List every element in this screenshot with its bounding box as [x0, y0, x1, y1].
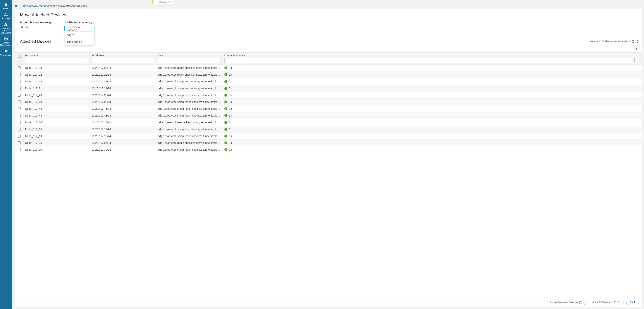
cell-host: Node_117_20 — [23, 64, 90, 71]
cell-host: Node_117_29 — [23, 99, 90, 105]
sidebar-item-administration[interactable]: Administration — [0, 47, 12, 57]
row-checkbox[interactable] — [18, 121, 21, 124]
cell-host: Node_117_30 — [23, 146, 90, 153]
table-row: Node_117_2510.20.117.25/24cdg-1c;ios-xr;… — [15, 140, 642, 146]
cell-host: Node_117_16 — [23, 126, 90, 133]
table-row: Node_117_10010.20.117.100/24cdg-1c;ios-x… — [15, 119, 642, 126]
to-gateway-placeholder: Select Data Gateway — [66, 26, 90, 31]
cell-host: Node_117_18 — [23, 78, 90, 85]
show-all-pill[interactable]: Show All (2) — [152, 0, 173, 4]
move-all-button[interactable]: Move All Devices (5113) — [588, 300, 624, 305]
cell-tags: cdg-1c;ios-xr;cli;reach-check;snmp;te-tu… — [156, 64, 222, 71]
cell-ip: 10.20.117.100/24 — [90, 119, 156, 126]
page-title: Move Attached Devices — [20, 12, 642, 17]
filter-select-state[interactable] — [224, 58, 634, 63]
home-icon[interactable] — [14, 4, 18, 7]
filter-input-tags[interactable] — [158, 58, 221, 63]
cell-ip: 10.20.117.25/24 — [90, 140, 156, 146]
row-checkbox[interactable] — [18, 66, 21, 69]
cell-state: Ok — [222, 64, 642, 71]
row-checkbox[interactable] — [18, 128, 21, 131]
filter-button[interactable] — [634, 46, 640, 51]
main-region: Show All (2) / Data Gateway Management /… — [12, 0, 644, 309]
cell-state: Ok — [222, 71, 642, 78]
section-title: Attached Devices — [20, 39, 52, 44]
row-checkbox[interactable] — [18, 114, 21, 117]
move-selected-button[interactable]: Move Selected Devices (0) — [547, 300, 586, 305]
status-ok-icon — [224, 73, 227, 76]
col-operational-state[interactable]: Operational State — [222, 52, 636, 64]
sidebar-item-label: Home — [3, 7, 8, 9]
content-card: Move Attached Devices From this Data Gat… — [14, 9, 642, 307]
cell-tags: cdg-1c;ios-xr;cli;snmp;reach-check;te-tu… — [156, 92, 222, 99]
to-gateway-option[interactable]: cdg5-coe4-1 — [65, 38, 94, 45]
row-checkbox[interactable] — [18, 135, 21, 138]
to-gateway-select[interactable]: Select Data Gateway cdg2-1 cdg5-coe4-1 — [64, 26, 94, 31]
to-gateway-dropdown: cdg2-1 cdg5-coe4-1 — [64, 31, 95, 45]
select-all-checkbox[interactable] — [18, 54, 21, 57]
refresh-icon[interactable] — [632, 40, 634, 43]
cell-tags: cdg-1c;ios-xr;cli;snmp;reach-check;te-tu… — [156, 85, 222, 92]
row-checkbox[interactable] — [18, 94, 21, 97]
clear-filter-button[interactable] — [637, 57, 641, 61]
to-gateway-option[interactable]: cdg2-1 — [65, 31, 94, 38]
cell-ip: 10.20.117.46/24 — [90, 105, 156, 112]
row-checkbox[interactable] — [18, 141, 21, 144]
gear-icon[interactable] — [636, 40, 639, 43]
table-row: Node_117_1810.20.117.18/24cdg-1c;ios-xr;… — [15, 78, 642, 85]
cell-ip: 10.20.117.28/24 — [90, 92, 156, 99]
row-checkbox[interactable] — [18, 107, 21, 110]
row-checkbox[interactable] — [18, 100, 21, 103]
table-row: Node_117_4810.20.117.48/24cdg-1c;ios-xr;… — [15, 112, 642, 119]
svg-point-1 — [4, 15, 5, 16]
row-checkbox[interactable] — [18, 73, 21, 76]
status-ok-icon — [224, 80, 227, 83]
device-table: Host Name IP Address Tags Operation — [15, 52, 642, 153]
col-tags[interactable]: Tags — [156, 52, 222, 64]
sidebar-item-label: Topology — [2, 17, 10, 19]
sidebar-item-home[interactable]: Home — [0, 1, 12, 11]
topology-icon — [4, 12, 8, 16]
cell-host: Node_117_19 — [23, 133, 90, 140]
filter-input-ip[interactable] — [92, 58, 154, 63]
row-checkbox[interactable] — [18, 80, 21, 83]
col-ip[interactable]: IP Address — [90, 52, 156, 64]
col-select — [15, 52, 23, 64]
cell-host: Node_117_46 — [23, 105, 90, 112]
breadcrumb-current: Move Attached Devices — [58, 4, 87, 7]
row-checkbox[interactable] — [18, 148, 21, 151]
cell-tags: cdg-1c;ios-xr;cli;snmp;reach-check;te-tu… — [156, 105, 222, 112]
svg-point-5 — [4, 25, 5, 26]
table-row: Node_117_3010.20.117.30/24cdg-1c;ios-xr;… — [15, 146, 642, 153]
col-clear-filter — [636, 52, 642, 64]
cell-host: Node_117_21 — [23, 85, 90, 92]
cell-tags: cdg-1c;ios-xr;cli;reach-check;snmp;te-tu… — [156, 71, 222, 78]
sidebar-item-device-management[interactable]: Device Management — [0, 35, 12, 47]
col-host[interactable]: Host Name — [23, 52, 90, 64]
breadcrumb-link-parent[interactable]: Data Gateway Management — [20, 4, 55, 7]
required-asterisk: * — [93, 21, 94, 24]
cell-tags: cdg-1c;ios-xr;cli;snmp;reach-check;te-tu… — [156, 133, 222, 140]
close-icon — [638, 58, 640, 60]
status-ok-icon — [224, 141, 227, 144]
section-header: Attached Devices Selected 0 / Filtered 0… — [15, 36, 642, 46]
status-ok-icon — [224, 107, 227, 110]
status-ok-icon — [224, 100, 227, 103]
filter-input-host[interactable] — [25, 58, 88, 63]
cell-ip: 10.20.117.19/24 — [90, 133, 156, 140]
selection-counts: Selected 0 / Filtered 0 / Total 5113 — [590, 40, 639, 43]
status-ok-icon — [224, 87, 227, 90]
cell-ip: 10.20.117.22/24 — [90, 71, 156, 78]
table-row: Node_117_2810.20.117.28/24cdg-1c;ios-xr;… — [15, 92, 642, 99]
cell-ip: 10.20.117.30/24 — [90, 146, 156, 153]
show-all-count: (2) — [168, 0, 171, 3]
status-ok-icon — [224, 66, 227, 69]
footer: Move Selected Devices (0) Move All Devic… — [15, 298, 642, 307]
sidebar-item-topology[interactable]: Topology — [0, 11, 12, 21]
row-checkbox[interactable] — [18, 87, 21, 90]
device-icon — [4, 37, 8, 41]
status-ok-icon — [224, 135, 227, 138]
svg-rect-7 — [4, 38, 8, 40]
sidebar-item-services[interactable]: Services & Traffic Engineering — [0, 21, 12, 35]
back-button[interactable]: Back — [626, 300, 639, 305]
